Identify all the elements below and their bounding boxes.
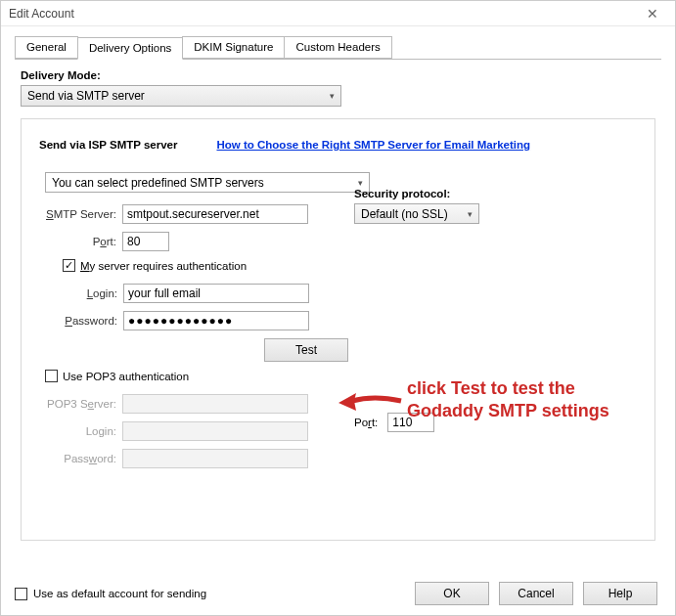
smtp-port-input[interactable] [122,232,169,251]
help-link[interactable]: How to Choose the Right SMTP Server for … [216,139,530,151]
pop3-port-input[interactable] [387,413,434,432]
password-label: Password: [63,315,123,327]
delivery-mode-label: Delivery Mode: [21,69,655,81]
pop3-password-label: Password: [39,453,122,464]
security-protocol-value: Default (no SSL) [361,207,448,221]
ok-button[interactable]: OK [415,582,489,605]
tab-delivery-options[interactable]: Delivery Options [77,37,183,60]
pop3-login-input [122,421,308,441]
pop3-password-input [122,449,308,468]
tab-panel: Delivery Mode: Send via SMTP server ▾ Se… [15,59,661,547]
chevron-down-icon: ▾ [330,91,335,101]
tabs: General Delivery Options DKIM Signature … [15,36,675,59]
pop3-login-label: Login: [39,425,122,437]
pop3-server-label: POP3 Server: [39,398,122,410]
predefined-smtp-value: You can select predefined SMTP servers [52,176,264,190]
smtp-port-label: Port: [39,236,122,247]
default-account-checkbox[interactable] [15,588,27,600]
chevron-down-icon: ▾ [468,209,473,219]
help-button[interactable]: Help [583,582,657,605]
smtp-server-input[interactable] [122,204,308,224]
test-button[interactable]: Test [264,338,348,362]
login-input[interactable] [123,284,309,303]
close-icon[interactable]: ✕ [636,3,669,24]
titlebar: Edit Account ✕ [1,1,675,26]
cancel-button[interactable]: Cancel [499,582,573,605]
window-title: Edit Account [9,7,74,21]
login-label: Login: [63,287,123,299]
delivery-mode-select[interactable]: Send via SMTP server ▾ [21,85,341,107]
pop3-auth-checkbox[interactable] [45,370,58,382]
auth-required-checkbox[interactable]: ✓ [63,259,75,272]
password-input[interactable] [123,311,309,330]
predefined-smtp-select[interactable]: You can select predefined SMTP servers ▾ [45,172,370,193]
chevron-down-icon: ▾ [358,178,363,188]
pop3-server-input [122,394,308,414]
tab-dkim-signature[interactable]: DKIM Signature [182,36,285,59]
delivery-mode-value: Send via SMTP server [27,89,145,103]
smtp-server-label: SMTP Server: [39,208,122,220]
pop3-auth-label: Use POP3 authentication [63,371,189,382]
auth-required-label: My server requires authentication [80,260,247,272]
default-account-label: Use as default account for sending [33,588,206,599]
security-protocol-select[interactable]: Default (no SSL) ▾ [354,203,479,224]
tab-general[interactable]: General [15,36,78,59]
security-protocol-label: Security protocol: [354,188,479,199]
footer: Use as default account for sending OK Ca… [1,572,675,615]
pop3-port-label: Port: [354,417,378,428]
tab-custom-headers[interactable]: Custom Headers [284,36,391,59]
group-title: Send via ISP SMTP server [39,139,177,151]
smtp-group: Send via ISP SMTP server How to Choose t… [21,118,655,541]
